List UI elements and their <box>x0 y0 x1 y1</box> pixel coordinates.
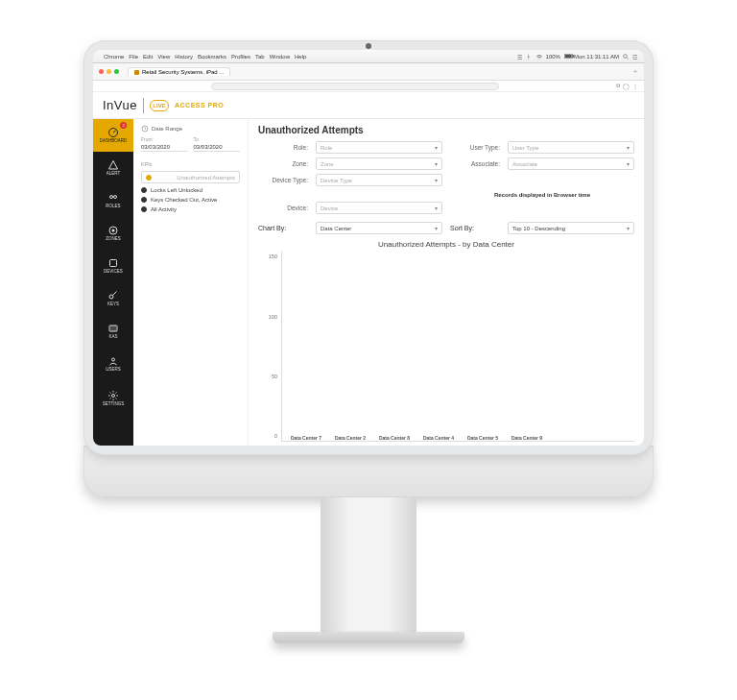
new-tab-icon[interactable]: ＋ <box>632 67 638 76</box>
badge-count: 2 <box>120 122 127 129</box>
chevron-down-icon: ▾ <box>435 205 438 211</box>
svg-point-17 <box>112 395 115 398</box>
svg-line-4 <box>627 57 629 59</box>
chevron-down-icon: ▾ <box>435 177 438 183</box>
window-minimize-button[interactable] <box>107 69 111 74</box>
live-badge: LIVE <box>150 100 169 111</box>
kpi-keys-checked-out[interactable]: Keys Checked Out, Active <box>141 197 240 203</box>
sidebar-item-label: ALERT <box>107 172 120 177</box>
svg-point-3 <box>624 54 628 58</box>
url-input[interactable] <box>211 83 499 90</box>
role-label: Role: <box>258 144 308 151</box>
from-date-input[interactable]: 03/03/2020 <box>141 144 188 152</box>
sidebar-item-alert[interactable]: ALERT <box>93 152 133 184</box>
devices-icon <box>107 257 119 269</box>
svg-point-7 <box>114 196 117 199</box>
menu-file[interactable]: File <box>129 54 138 60</box>
window-close-button[interactable] <box>99 69 104 74</box>
bullet-icon <box>141 187 147 193</box>
to-label: To <box>194 136 241 142</box>
chart-bar[interactable]: Data Center 9 <box>511 432 543 441</box>
date-range-label: Date Range <box>152 126 182 132</box>
devicetype-select[interactable]: Device Type▾ <box>316 174 442 186</box>
kpi-all-activity[interactable]: All Activity <box>141 206 240 212</box>
sortby-select[interactable]: Top 10 - Descending▾ <box>508 222 634 234</box>
browser-tab[interactable]: Retail Security Systems, iPad ... <box>128 67 230 76</box>
from-label: From <box>141 136 188 142</box>
bullet-icon <box>141 206 147 212</box>
svg-point-16 <box>112 358 115 361</box>
menu-history[interactable]: History <box>175 54 193 60</box>
sidebar-item-label: ROLES <box>106 205 120 209</box>
chart-bar[interactable]: Data Center 2 <box>334 432 367 441</box>
extensions-icon[interactable]: ⧉ <box>616 83 620 89</box>
chart-y-axis: 050100150 <box>258 251 281 442</box>
chart-title: Unauthorized Attempts - by Data Center <box>258 240 634 249</box>
chartby-value: Data Center <box>321 226 351 231</box>
menu-profiles[interactable]: Profiles <box>231 54 250 60</box>
chart-bar[interactable]: Data Center 4 <box>422 432 455 441</box>
tab-title: Retail Security Systems, iPad ... <box>142 69 224 75</box>
devicetype-placeholder: Device Type <box>321 178 352 183</box>
sidebar-item-users[interactable]: USERS <box>93 348 133 380</box>
chevron-down-icon: ▾ <box>627 144 630 151</box>
chart-bar[interactable]: Data Center 7 <box>290 432 322 441</box>
sidebar-item-zones[interactable]: ZONES <box>93 217 133 250</box>
associate-select[interactable]: Associate▾ <box>508 157 634 170</box>
sidebar-item-label: KEYS <box>107 302 119 307</box>
menu-tab[interactable]: Tab <box>255 54 265 60</box>
control-center-icon[interactable]: ☲ <box>632 54 638 60</box>
gear-icon <box>107 390 119 401</box>
menu-edit[interactable]: Edit <box>143 54 153 60</box>
browser-tab-strip: Retail Security Systems, iPad ... ＋ <box>93 63 644 81</box>
chart-bar[interactable]: Data Center 5 <box>466 432 499 441</box>
chevron-down-icon: ▾ <box>435 225 438 231</box>
sidebar-item-label: SETTINGS <box>103 402 125 407</box>
kpi-unauthorized-attempts[interactable]: Unauthorized Attempts <box>141 171 240 183</box>
role-placeholder: Role <box>321 145 332 151</box>
chartby-select[interactable]: Data Center▾ <box>316 222 442 234</box>
to-date-input[interactable]: 03/03/2020 <box>194 144 241 152</box>
zone-label: Zone: <box>258 160 308 167</box>
chart-bar[interactable]: Data Center 8 <box>378 432 411 441</box>
kpi-locks-left-unlocked[interactable]: Locks Left Unlocked <box>141 187 240 193</box>
app-header: InVue LIVE ACCESS PRO <box>93 92 644 119</box>
menu-help[interactable]: Help <box>295 54 306 60</box>
kpi-label: All Activity <box>151 206 177 212</box>
sidebar-item-keys[interactable]: KEYS <box>93 282 133 315</box>
menu-window[interactable]: Window <box>270 54 290 60</box>
sidebar-item-dashboard[interactable]: 2 DASHBOARD <box>93 119 133 152</box>
chevron-down-icon: ▾ <box>627 160 630 167</box>
device-select[interactable]: Device▾ <box>316 202 442 214</box>
svg-point-11 <box>109 295 113 299</box>
chevron-down-icon: ▾ <box>435 144 438 151</box>
sidebar-item-settings[interactable]: SETTINGS <box>93 382 133 415</box>
sidebar-item-label: ZONES <box>106 237 121 242</box>
x-tick-label: Data Center 2 <box>335 435 366 441</box>
device-camera <box>366 43 371 49</box>
usertype-select[interactable]: User Type▾ <box>508 141 634 154</box>
zone-select[interactable]: Zone▾ <box>316 157 442 170</box>
profile-icon[interactable]: ◯ <box>623 83 630 89</box>
menu-bookmarks[interactable]: Bookmarks <box>198 54 226 60</box>
svg-rect-1 <box>565 54 572 57</box>
menu-chrome[interactable]: Chrome <box>104 54 124 60</box>
clock: Mon 11:31:11 AM <box>574 54 619 60</box>
role-select[interactable]: Role▾ <box>316 141 442 154</box>
filter-panel: Date Range From To 03/03/2020 03/03/2020… <box>133 119 249 446</box>
kpi-heading: KPIs <box>141 161 240 167</box>
sidebar-item-roles[interactable]: ROLES <box>93 184 133 217</box>
associate-placeholder: Associate <box>512 161 537 167</box>
sidebar-item-label: DASHBOARD <box>100 139 128 144</box>
dashboard-icon <box>107 127 119 138</box>
window-zoom-button[interactable] <box>114 69 119 74</box>
x-tick-label: Data Center 5 <box>467 435 498 441</box>
svg-point-6 <box>110 196 113 199</box>
menu-icon[interactable]: ⋮ <box>632 83 638 89</box>
menu-view[interactable]: View <box>157 54 170 60</box>
sidebar-item-devices[interactable]: DEVICES <box>93 250 133 282</box>
x-tick-label: Data Center 9 <box>511 435 542 441</box>
spotlight-icon[interactable] <box>623 54 629 60</box>
sidebar-item-kas[interactable]: KAS <box>93 315 133 348</box>
records-note: Records displayed in Browser time <box>450 192 634 198</box>
